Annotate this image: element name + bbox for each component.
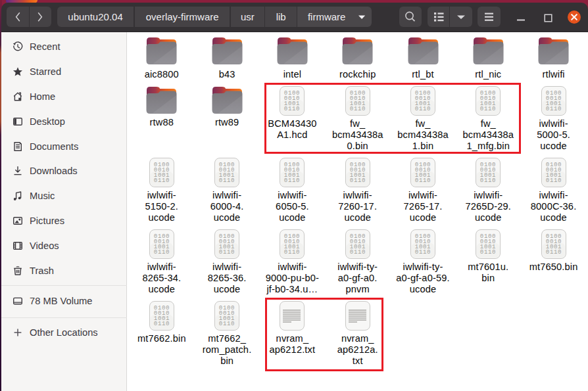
svg-text:0110: 0110 bbox=[284, 249, 300, 256]
svg-text:0110: 0110 bbox=[219, 249, 235, 256]
svg-text:0110: 0110 bbox=[219, 321, 235, 327]
svg-text:0110: 0110 bbox=[219, 177, 235, 184]
svg-text:0110: 0110 bbox=[154, 177, 170, 184]
svg-text:0110: 0110 bbox=[545, 249, 561, 256]
svg-text:0110: 0110 bbox=[154, 321, 170, 327]
svg-text:0110: 0110 bbox=[415, 177, 431, 184]
svg-text:0110: 0110 bbox=[154, 249, 170, 256]
svg-text:0110: 0110 bbox=[349, 177, 365, 184]
svg-text:0110: 0110 bbox=[545, 177, 561, 184]
svg-text:0110: 0110 bbox=[480, 177, 496, 184]
svg-text:0110: 0110 bbox=[349, 249, 365, 256]
svg-text:0110: 0110 bbox=[480, 249, 496, 256]
svg-text:0110: 0110 bbox=[415, 249, 431, 256]
svg-text:0110: 0110 bbox=[545, 106, 561, 112]
svg-text:0110: 0110 bbox=[284, 177, 300, 184]
